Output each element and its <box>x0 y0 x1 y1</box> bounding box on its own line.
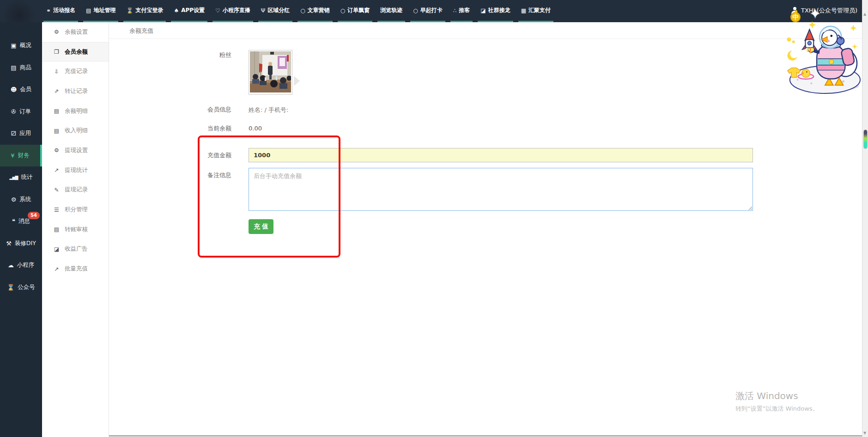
sidebar-item-products[interactable]: ▤商品 <box>0 57 42 79</box>
download-icon: ⇩ <box>53 68 60 75</box>
scroll-up-arrow-icon[interactable]: ▲ <box>863 12 866 16</box>
sidebar-item-members[interactable]: ☻会员 <box>0 79 42 101</box>
nav-item-group-chain[interactable]: ◪社群接龙 <box>478 0 513 22</box>
watermark-line1: 激活 Windows <box>735 390 819 402</box>
remark-textarea[interactable] <box>249 168 753 211</box>
fan-photo-image <box>250 51 291 92</box>
circle-icon: ○ <box>413 7 418 14</box>
submenu-item-withdraw-settings[interactable]: ⚙提现设置 <box>42 141 109 160</box>
bar-chart-icon: ▂▅▇ <box>10 175 18 180</box>
sidebar-item-decorate-diy[interactable]: ⚒装修DIY <box>0 233 42 255</box>
nav-item-activity-signup[interactable]: ⚭活动报名 <box>43 0 78 22</box>
sidebar-label: 应用 <box>19 129 31 137</box>
file-icon: ▤ <box>53 108 60 114</box>
nav-item-app-settings[interactable]: ♠APP设置 <box>171 0 207 22</box>
sidebar-item-finance[interactable]: ¥财务 <box>0 145 42 167</box>
submenu-label: 充值记录 <box>65 68 88 75</box>
nav-item-alipay-login[interactable]: ⌛支付宝登录 <box>123 0 166 22</box>
nav-item-order-popup[interactable]: ○订单飘窗 <box>338 0 372 22</box>
nav-item-address-manage[interactable]: ▤地址管理 <box>83 0 118 22</box>
submenu-item-balance-details[interactable]: ▤余额明细 <box>42 101 109 121</box>
sidebar-item-overview[interactable]: ▣概况 <box>0 35 42 57</box>
nav-item-region-bonus[interactable]: Ψ区域分红 <box>258 0 292 22</box>
submenu-item-batch-recharge[interactable]: ↗批量充值 <box>42 259 109 279</box>
sidebar-item-messages[interactable]: ❝消息54 <box>0 210 42 233</box>
main-content: 余额充值 粉丝 <box>109 22 862 437</box>
image-icon: ◪ <box>53 246 60 252</box>
submenu-item-withdraw-statistics[interactable]: ↗提现统计 <box>42 160 109 180</box>
sidebar-label: 商品 <box>20 64 31 72</box>
recharge-amount-input[interactable] <box>249 148 753 162</box>
submenu-item-income-details[interactable]: ▤收入明细 <box>42 121 109 141</box>
bottom-edge-line <box>42 435 862 437</box>
submenu-item-revenue-ads[interactable]: ◪收益广告 <box>42 240 109 259</box>
sidebar-label: 消息 <box>18 217 30 225</box>
sparkle-icon: ✦ <box>809 6 821 22</box>
nav-label: APP设置 <box>181 6 205 14</box>
sidebar-label: 概况 <box>20 42 31 49</box>
heart-icon: ♡ <box>215 7 220 14</box>
sidebar-item-apps[interactable]: ⚂应用 <box>0 123 42 145</box>
submenu-item-points-manage[interactable]: ☰积分管理 <box>42 200 109 220</box>
scrollbar-thumb[interactable] <box>863 129 868 149</box>
hourglass-icon: ⌛ <box>7 284 14 291</box>
watermark-line2: 转到“设置”以激活 Windows。 <box>735 405 819 413</box>
nav-item-early-checkin[interactable]: ○早起打卡 <box>410 0 445 22</box>
nav-label: 推客 <box>459 6 470 14</box>
page-scrollbar[interactable]: ▲ ▼ <box>862 0 868 437</box>
sidebar-label: 订单 <box>19 108 31 116</box>
sidebar-item-miniprogram[interactable]: ☁小程序 <box>0 254 42 277</box>
card-icon: ▦ <box>521 7 526 14</box>
sidebar-menu: ▣概况 ▤商品 ☻会员 ✇订单 ⚂应用 ¥财务 ▂▅▇统计 ⚙系统 ❝消息54 … <box>0 22 42 298</box>
box-icon: ▤ <box>11 64 16 71</box>
recharge-submit-button[interactable]: 充 值 <box>249 219 273 234</box>
photo-arrow-icon <box>294 76 300 86</box>
nav-item-promoter[interactable]: ∴推客 <box>450 0 473 22</box>
finance-submenu: ⚙余额设置 ❐会员余额 ⇩充值记录 ⇗转让记录 ▤余额明细 ▤收入明细 ⚙提现设… <box>42 22 109 437</box>
hammer-icon: ⚒ <box>6 240 12 247</box>
sidebar-item-orders[interactable]: ✇订单 <box>0 101 42 123</box>
logo-area <box>0 0 42 22</box>
submenu-label: 余额明细 <box>65 107 88 115</box>
submenu-item-transfer-records[interactable]: ⇗转让记录 <box>42 81 109 101</box>
nav-item-huiju-pay[interactable]: ▦汇聚支付 <box>518 0 553 22</box>
gear-icon: ⚙ <box>53 29 60 35</box>
fan-avatar[interactable] <box>249 50 292 95</box>
trophy-icon: Ψ <box>261 7 265 14</box>
sidebar-item-system[interactable]: ⚙系统 <box>0 189 42 211</box>
unread-count-badge: 54 <box>28 212 40 219</box>
submenu-label: 余额设置 <box>65 28 88 36</box>
nav-item-miniprogram-live[interactable]: ♡小程序直播 <box>212 0 253 22</box>
submenu-label: 收入明细 <box>65 127 88 135</box>
submenu-item-balance-settings[interactable]: ⚙余额设置 <box>42 22 109 42</box>
sidebar-label: 小程序 <box>17 261 35 269</box>
line-chart-icon: ↗ <box>53 167 60 173</box>
remark-label: 备注信息 <box>109 171 231 179</box>
user-menu[interactable]: TXHL(公众号管理员) <box>791 0 857 21</box>
sidebar-item-statistics[interactable]: ▂▅▇统计 <box>0 166 42 189</box>
nav-item-article-marketing[interactable]: ○文章营销 <box>297 0 332 22</box>
nav-label: 社群接龙 <box>488 6 510 14</box>
nav-label: 区域分红 <box>267 6 290 14</box>
external-link-icon: ⇗ <box>53 88 60 94</box>
nav-item-browse-track[interactable]: 浏览轨迹 <box>377 0 405 22</box>
nav-label: 订单飘窗 <box>347 6 370 14</box>
submenu-item-transfer-review[interactable]: ▤转账审核 <box>42 220 109 240</box>
nav-label: 小程序直播 <box>223 6 250 14</box>
yen-icon: ¥ <box>11 152 14 159</box>
sidebar-label: 公众号 <box>18 283 35 291</box>
submenu-item-member-balance[interactable]: ❐会员余额 <box>42 42 109 62</box>
submenu-item-recharge-records[interactable]: ⇩充值记录 <box>42 62 109 81</box>
nav-label: 文章营销 <box>308 6 330 14</box>
sidebar-item-official-account[interactable]: ⌛公众号 <box>0 277 42 299</box>
top-nav: ⚭活动报名 ▤地址管理 ⌛支付宝登录 ♠APP设置 ♡小程序直播 Ψ区域分红 ○… <box>0 0 868 22</box>
submenu-label: 会员余额 <box>65 48 88 56</box>
nav-label: 早起打卡 <box>420 6 443 14</box>
submenu-label: 转账审核 <box>65 226 88 234</box>
gear-icon: ⚙ <box>11 196 17 203</box>
circle-icon: ○ <box>300 7 305 14</box>
scroll-down-arrow-icon[interactable]: ▼ <box>863 431 866 435</box>
nav-label: 支付宝登录 <box>135 6 163 14</box>
main-sidebar: ▣概况 ▤商品 ☻会员 ✇订单 ⚂应用 ¥财务 ▂▅▇统计 ⚙系统 ❝消息54 … <box>0 0 42 437</box>
submenu-item-withdraw-records[interactable]: ✎提现记录 <box>42 180 109 200</box>
